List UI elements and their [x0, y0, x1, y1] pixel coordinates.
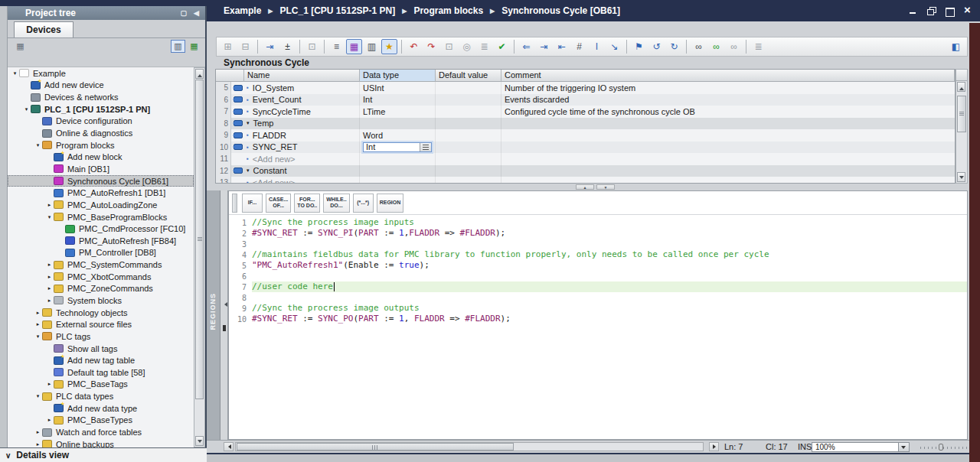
cell-data-type[interactable]: USInt — [360, 82, 436, 94]
monitoring-on-icon[interactable]: ∞ — [708, 39, 724, 54]
maximize-icon[interactable] — [945, 6, 954, 15]
tree-item-pmc-systemcommands[interactable]: ▸PMC_SystemCommands — [8, 259, 194, 271]
cell-name[interactable]: ▪IO_System — [244, 82, 360, 94]
expander-icon[interactable]: ▸ — [45, 285, 54, 291]
tree-item-watch-and-force-tables[interactable]: ▸Watch and force tables — [8, 426, 194, 438]
code-line-10[interactable]: 10#SYNC_RET := SYNC_PO(PART := 1, FLADDR… — [229, 314, 967, 324]
interface-row-add-new[interactable]: 11▪<Add new> — [216, 153, 955, 165]
interface-row-fladdr[interactable]: 9▪FLADDRWord — [216, 129, 955, 142]
zoom-slider[interactable] — [920, 444, 968, 451]
expander-icon[interactable]: ▸ — [34, 441, 42, 447]
snippet-[interactable]: (*...*) — [353, 194, 374, 213]
tree-item-plc-1-cpu-1512sp-1-pn[interactable]: ▾PLC_1 [CPU 1512SP-1 PN] — [8, 103, 194, 116]
cell-default-value[interactable] — [436, 82, 501, 94]
project-tree-scrollbar[interactable] — [194, 67, 205, 447]
cell-comment[interactable]: Configured cycle time of the synchronous… — [501, 107, 955, 116]
splitter-collapse-down-button[interactable]: ▼ — [596, 184, 615, 190]
cell-default-value[interactable] — [436, 94, 501, 106]
code-line-3[interactable]: 3 — [229, 239, 967, 249]
scroll-up-icon[interactable] — [957, 82, 965, 92]
tree-item-external-source-files[interactable]: ▸External source files — [8, 318, 194, 330]
code-line-7[interactable]: 7//user code here — [229, 281, 967, 292]
interface-table-scrollbar[interactable] — [956, 69, 968, 184]
tree-item-pmc-xbotcommands[interactable]: ▸PMC_XbotCommands — [8, 271, 194, 283]
cell-name[interactable]: ▪<Add new> — [244, 177, 360, 184]
tree-item-pmc-basetypes[interactable]: ▸PMC_BaseTypes — [8, 415, 194, 427]
tree-item-pmc-zonecommands[interactable]: ▸PMC_ZoneCommands — [8, 283, 194, 295]
cell-data-type[interactable] — [360, 165, 436, 177]
cell-data-type[interactable] — [360, 153, 436, 165]
expander-icon[interactable]: ▾ — [34, 142, 42, 148]
tree-item-device-configuration[interactable]: Device configuration — [8, 116, 194, 128]
expander-icon[interactable]: ▸ — [45, 417, 54, 423]
cell-name[interactable]: ▪SyncCycleTime — [244, 106, 360, 118]
cell-name[interactable]: ▪<Add new> — [244, 153, 360, 165]
collapse-panel-icon[interactable]: ◀ — [194, 9, 199, 17]
snippet-if[interactable]: IF... — [242, 194, 263, 213]
insert-network-icon[interactable]: ⊞ — [220, 39, 236, 54]
regions-sidebar[interactable]: REGIONS — [207, 190, 220, 440]
code-line-5[interactable]: 5"PMC_AutoRefresh1"(Enable := true); — [229, 260, 967, 271]
chevron-down-icon[interactable] — [898, 443, 909, 451]
interface-row-constant[interactable]: 12▾Constant — [216, 165, 955, 177]
tree-item-devices-networks[interactable]: Devices & networks — [8, 91, 194, 103]
cell-comment[interactable]: Events discarded — [501, 95, 955, 104]
section-expander-icon[interactable]: ▾ — [247, 120, 250, 126]
cell-name[interactable]: ▪FLADDR — [244, 129, 360, 142]
expander-icon[interactable]: ▾ — [22, 106, 31, 112]
expander-icon[interactable]: ▸ — [45, 262, 54, 268]
expander-icon[interactable]: ▸ — [34, 310, 42, 316]
breadcrumb-item-example[interactable]: Example — [224, 5, 261, 16]
horizontal-scrollbar[interactable] — [235, 442, 704, 451]
tree-item-pmc-basetags[interactable]: ▸PMC_BaseTags — [8, 379, 194, 391]
section-expander-icon[interactable]: ▾ — [247, 168, 250, 174]
cell-default-value[interactable] — [436, 106, 501, 118]
cell-default-value[interactable] — [436, 118, 501, 130]
code-area[interactable]: 1//Sync the procress image inputs2#SYNC_… — [229, 215, 967, 324]
tree-item-synchronous-cycle-ob61[interactable]: Synchronous Cycle [OB61] — [8, 175, 194, 187]
assignment-list-icon[interactable]: ≣ — [476, 39, 492, 54]
snippet-bar-handle[interactable] — [232, 194, 237, 213]
combo-dropdown-icon[interactable] — [420, 143, 431, 151]
cell-name[interactable]: ▪Event_Count — [244, 94, 360, 106]
data-block-icon[interactable]: ≣ — [750, 39, 766, 54]
tree-item-pmc-autoloadingzone[interactable]: ▸PMC_AutoLoadingZone — [8, 199, 194, 211]
find-replace-icon[interactable]: ∞ — [691, 39, 707, 54]
tree-item-program-blocks[interactable]: ▾Program blocks — [8, 139, 194, 151]
column-view-icon[interactable]: ▥ — [171, 40, 185, 53]
tree-item-online-diagnostics[interactable]: Online & diagnostics — [8, 127, 194, 139]
zoom-select[interactable]: 100% — [812, 442, 910, 452]
tree-item-show-all-tags[interactable]: Show all tags — [8, 343, 194, 355]
snippet-while-do[interactable]: WHILE..DO... — [323, 194, 349, 213]
expander-icon[interactable]: ▸ — [34, 429, 42, 435]
tree-item-pmc-autorefresh-fb84[interactable]: PMC_AutoRefresh [FB84] — [8, 235, 194, 247]
restore-icon[interactable] — [926, 6, 936, 15]
cell-default-value[interactable] — [436, 177, 501, 184]
tab-devices[interactable]: Devices — [14, 21, 74, 37]
expander-icon[interactable]: ▾ — [11, 70, 19, 76]
absolute-symbolic-icon[interactable]: I — [589, 39, 605, 54]
cell-name[interactable]: ▪SYNC_RET — [244, 142, 360, 154]
tree-item-example[interactable]: ▾Example — [8, 67, 194, 80]
expander-icon[interactable]: ▾ — [34, 333, 42, 340]
absolute-operands-icon[interactable]: ≡ — [328, 39, 345, 54]
cell-data-type[interactable] — [360, 118, 436, 130]
code-line-1[interactable]: 1//Sync the procress image inputs — [229, 217, 967, 228]
fbd-view-icon[interactable]: ▦ — [346, 39, 362, 54]
snippet-for-to-do[interactable]: FOR...TO DO.. — [294, 194, 320, 213]
cell-default-value[interactable] — [436, 142, 501, 154]
keep-actual-values-icon[interactable]: ⇥ — [262, 39, 278, 54]
tree-item-add-new-block[interactable]: Add new block — [8, 151, 194, 163]
tree-item-system-blocks[interactable]: ▸System blocks — [8, 294, 194, 307]
scrollbar-thumb[interactable] — [957, 96, 966, 132]
header-name[interactable]: Name — [244, 70, 360, 82]
table-expand-icon[interactable]: ▦ — [187, 40, 201, 53]
tree-item-pmc-autorefresh1-db1[interactable]: PMC_AutoRefresh1 [DB1] — [8, 187, 194, 199]
cell-data-type[interactable]: Word — [360, 129, 436, 142]
scrollbar-thumb[interactable] — [237, 443, 514, 451]
call-environment-icon[interactable]: ⊡ — [441, 39, 457, 54]
scroll-up-icon[interactable] — [195, 69, 204, 79]
tree-item-technology-objects[interactable]: ▸Technology objects — [8, 307, 194, 319]
device-filter-icon[interactable]: ▦ — [13, 40, 28, 53]
data-type-combo[interactable]: Int — [363, 142, 432, 152]
